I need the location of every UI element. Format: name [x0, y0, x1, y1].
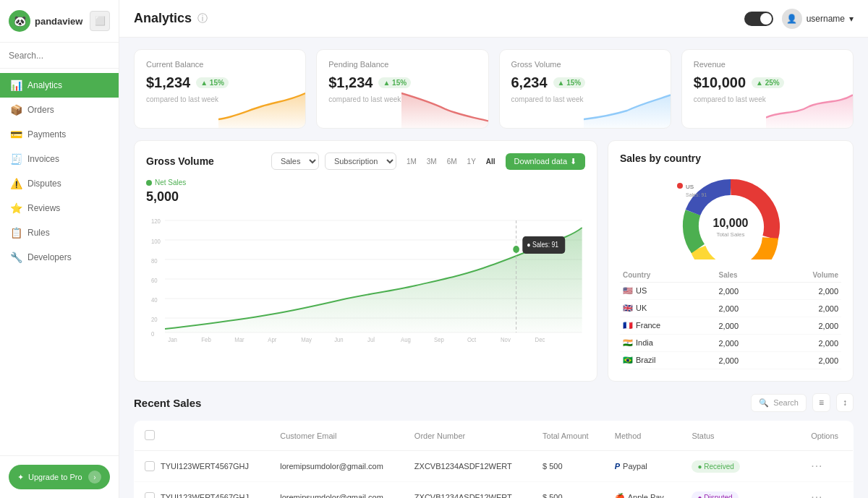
download-button[interactable]: Download data ⬇: [506, 153, 585, 170]
chart-header: Gross Volume Sales Subscription 1M3M6M1Y…: [146, 153, 585, 170]
svg-text:Oct: Oct: [467, 335, 477, 343]
svg-text:US: US: [686, 184, 694, 190]
table-row: TYUI123WERT4567GHJ loremipsumdolor@gmail…: [135, 451, 854, 482]
search-bar[interactable]: 🔍 Search: [751, 394, 807, 412]
row-checkbox[interactable]: [145, 461, 155, 471]
row-checkbox[interactable]: [145, 492, 155, 498]
download-label: Download data: [514, 157, 567, 166]
sidebar-item-reviews[interactable]: ⭐Reviews: [0, 196, 119, 220]
orders-icon: 📦: [10, 104, 22, 116]
nav-label-orders: Orders: [27, 105, 54, 115]
search-area[interactable]: [0, 43, 119, 69]
col-order-number: Order Number: [404, 421, 532, 451]
topbar: Analytics ⓘ 👤 username ▾: [119, 0, 868, 38]
row-method: 🍎 Apple Pay: [605, 482, 682, 499]
sidebar-item-orders[interactable]: 📦Orders: [0, 98, 119, 122]
svg-text:Sep: Sep: [434, 335, 444, 343]
sidebar-item-analytics[interactable]: 📊Analytics: [0, 73, 119, 98]
page-title: Analytics: [134, 11, 192, 26]
col-options: Options: [801, 421, 853, 451]
country-name: 🇫🇷France: [620, 317, 715, 335]
country-name: 🇮🇳India: [620, 335, 715, 352]
nav-label-analytics: Analytics: [27, 80, 62, 90]
options-icon[interactable]: ···: [811, 491, 822, 498]
svg-text:Feb: Feb: [201, 335, 211, 343]
country-volume: 2,000: [773, 300, 841, 317]
upgrade-star-icon: ✦: [17, 473, 24, 482]
svg-text:0: 0: [151, 330, 155, 338]
options-icon[interactable]: ···: [811, 460, 822, 472]
row-options[interactable]: ···: [801, 451, 853, 482]
sales-table: Customer EmailOrder NumberTotal AmountMe…: [134, 421, 854, 498]
col-id: [135, 421, 271, 451]
time-buttons: 1M3M6M1YAll: [402, 155, 500, 168]
stat-label-current-balance: Current Balance: [146, 60, 294, 69]
stat-chart-gross-volume: [584, 85, 671, 128]
window-control[interactable]: ⬜: [90, 11, 110, 31]
toggle-knob: [760, 13, 772, 25]
sidebar-item-invoices[interactable]: 🧾Invoices: [0, 147, 119, 171]
row-amount: $ 500: [532, 451, 605, 482]
svg-text:Jan: Jan: [168, 335, 177, 343]
avatar: 👤: [782, 9, 802, 29]
svg-text:80: 80: [151, 257, 158, 265]
stat-chart-current-balance: [218, 85, 305, 128]
reviews-icon: ⭐: [10, 202, 22, 214]
country-row: 🇮🇳India 2,000 2,000: [620, 335, 841, 352]
country-sales: 2,000: [715, 283, 772, 300]
nav-label-disputes: Disputes: [27, 179, 61, 189]
gross-volume-chart: Gross Volume Sales Subscription 1M3M6M1Y…: [134, 140, 597, 382]
logo-area: 🐼 pandaview ⬜: [0, 0, 119, 43]
country-row: 🇺🇸US 2,000 2,000: [620, 283, 841, 300]
row-order: ZXCVB1234ASDF12WERT: [404, 451, 532, 482]
stat-card-pending-balance: Pending Balance $1,234 ▲ 15% compared to…: [316, 49, 488, 129]
time-btn-3M[interactable]: 3M: [422, 155, 441, 168]
time-btn-1M[interactable]: 1M: [402, 155, 421, 168]
logo-text: pandaview: [35, 16, 82, 27]
time-btn-1Y[interactable]: 1Y: [463, 155, 480, 168]
topbar-right: 👤 username ▾: [744, 9, 854, 29]
stat-label-pending-balance: Pending Balance: [328, 60, 476, 69]
svg-text:60: 60: [151, 276, 158, 284]
country-volume: 2,000: [773, 335, 841, 352]
select-all-checkbox[interactable]: [145, 430, 155, 440]
svg-text:Sales: 91: Sales: 91: [686, 192, 707, 197]
stat-label-revenue: Revenue: [694, 60, 841, 69]
sales-filter[interactable]: Sales: [271, 153, 319, 170]
search-icon: 🔍: [759, 398, 769, 408]
country-chart-title: Sales by country: [620, 153, 841, 164]
col-status: Status: [681, 421, 801, 451]
col-customer-email: Customer Email: [270, 421, 404, 451]
country-sales: 2,000: [715, 317, 772, 335]
country-row: 🇫🇷France 2,000 2,000: [620, 317, 841, 335]
country-sales: 2,000: [715, 300, 772, 317]
country-sales: 2,000: [715, 335, 772, 352]
country-row: 🇧🇷Brazil 2,000 2,000: [620, 352, 841, 369]
subscription-filter[interactable]: Subscription: [325, 153, 396, 170]
donut-svg: 10,000 Total Sales US Sales: 91: [665, 173, 796, 259]
user-menu[interactable]: 👤 username ▾: [782, 9, 854, 29]
row-amount: $ 500: [532, 482, 605, 499]
time-btn-All[interactable]: All: [482, 155, 500, 168]
svg-text:Total Sales: Total Sales: [716, 231, 744, 238]
sidebar-item-developers[interactable]: 🔧Developers: [0, 245, 119, 270]
search-input[interactable]: [9, 51, 110, 61]
status-badge: ● Received: [692, 460, 740, 473]
filter-button[interactable]: ≡: [812, 393, 830, 412]
sidebar-item-disputes[interactable]: ⚠️Disputes: [0, 171, 119, 196]
help-icon[interactable]: ⓘ: [197, 12, 208, 25]
time-btn-6M[interactable]: 6M: [443, 155, 461, 168]
sort-button[interactable]: ↕: [836, 393, 854, 412]
sidebar-item-rules[interactable]: 📋Rules: [0, 220, 119, 245]
col-total-amount: Total Amount: [532, 421, 605, 451]
upgrade-button[interactable]: ✦ Upgrade to Pro ›: [9, 465, 110, 489]
search-label: Search: [773, 398, 799, 407]
sidebar-item-payments[interactable]: 💳Payments: [0, 122, 119, 147]
theme-toggle[interactable]: [744, 12, 773, 26]
row-options[interactable]: ···: [801, 482, 853, 499]
upgrade-arrow-icon: ›: [88, 471, 101, 484]
paypal-icon: P: [615, 462, 620, 471]
country-name: 🇺🇸US: [620, 283, 715, 300]
stat-card-revenue: Revenue $10,000 ▲ 25% compared to last w…: [681, 49, 854, 129]
svg-text:Apr: Apr: [268, 335, 276, 343]
